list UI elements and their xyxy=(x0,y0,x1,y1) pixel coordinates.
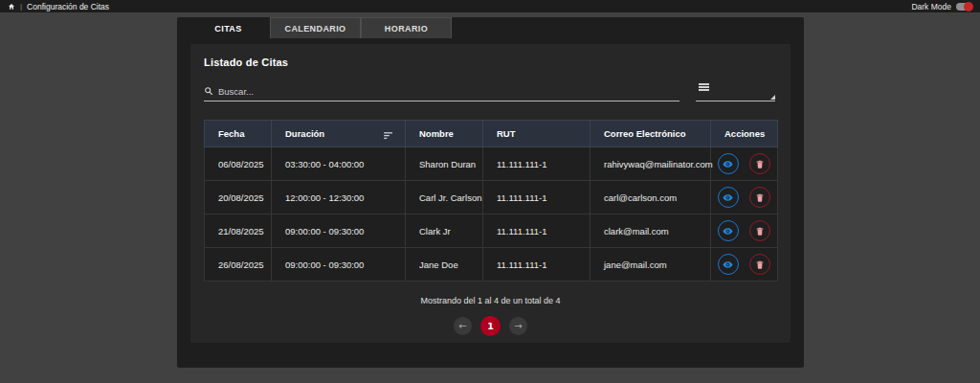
cell-rut: 11.111.111-1 xyxy=(483,181,590,214)
cell-fecha: 26/08/2025 xyxy=(205,248,272,282)
cell-rut: 11.111.111-1 xyxy=(483,248,590,282)
column-header-fecha[interactable]: Fecha xyxy=(205,121,272,147)
controls-row xyxy=(204,84,777,101)
panel-title: Listado de Citas xyxy=(204,56,777,68)
table-row: 06/08/2025 03:30:00 - 04:00:00 Sharon Du… xyxy=(205,147,778,181)
view-button[interactable] xyxy=(718,254,739,275)
cell-fecha: 20/08/2025 xyxy=(205,181,272,214)
view-button[interactable] xyxy=(718,220,739,241)
page-title: Configuración de Citas xyxy=(27,2,109,11)
eye-icon xyxy=(723,259,733,270)
citas-card: CITAS CALENDARIO HORARIO Listado de Cita… xyxy=(177,17,804,368)
sort-icon[interactable] xyxy=(384,131,393,142)
cell-fecha: 06/08/2025 xyxy=(205,147,272,181)
table-row: 21/08/2025 09:00:00 - 09:30:00 Clark Jr … xyxy=(205,214,778,248)
delete-button[interactable] xyxy=(749,187,770,208)
toggle-knob xyxy=(964,2,973,11)
tab-citas[interactable]: CITAS xyxy=(187,17,270,38)
delete-button[interactable] xyxy=(749,254,770,275)
cell-correo: clark@mail.com xyxy=(590,214,711,248)
column-header-nombre[interactable]: Nombre xyxy=(406,121,483,147)
dark-mode-label: Dark Mode xyxy=(911,2,951,11)
trash-icon xyxy=(755,159,765,169)
cell-rut: 11.111.111-1 xyxy=(483,147,590,181)
table-header-row: Fecha Duración Nombre RUT Correo Electró… xyxy=(205,121,778,147)
cell-duracion: 09:00:00 - 09:30:00 xyxy=(272,248,406,282)
citas-table: Fecha Duración Nombre RUT Correo Electró… xyxy=(204,120,778,282)
view-button[interactable] xyxy=(718,187,739,208)
trash-icon xyxy=(755,192,765,203)
cell-correo: rahivywaq@mailinator.com xyxy=(590,147,711,181)
trash-icon xyxy=(755,226,765,237)
cell-acciones xyxy=(711,214,778,248)
view-button[interactable] xyxy=(718,153,739,174)
cell-nombre: Carl Jr. Carlson xyxy=(406,181,483,214)
cell-nombre: Jane Doe xyxy=(406,248,483,282)
search-input[interactable] xyxy=(218,86,679,97)
pagination-prev-button[interactable]: ← xyxy=(454,317,472,335)
search-icon xyxy=(204,86,213,96)
cell-duracion: 03:30:00 - 04:00:00 xyxy=(272,147,406,181)
cell-duracion: 09:00:00 - 09:30:00 xyxy=(272,214,406,248)
pagination-next-button[interactable]: → xyxy=(509,317,527,335)
topbar-left: | Configuración de Citas xyxy=(8,2,109,11)
pagination-page-button[interactable]: 1 xyxy=(480,316,501,336)
eye-icon xyxy=(723,226,733,237)
topbar: | Configuración de Citas Dark Mode xyxy=(0,0,980,12)
menu-icon xyxy=(699,83,709,91)
filter-select[interactable] xyxy=(696,84,775,101)
breadcrumb-separator: | xyxy=(20,3,22,11)
eye-icon xyxy=(723,159,733,169)
column-header-rut[interactable]: RUT xyxy=(483,121,590,147)
column-header-duracion[interactable]: Duración xyxy=(272,121,406,147)
results-summary: Mostrando del 1 al 4 de un total de 4 xyxy=(204,296,777,305)
cell-acciones xyxy=(711,248,778,282)
column-header-acciones: Acciones xyxy=(711,121,778,147)
cell-rut: 11.111.111-1 xyxy=(483,214,590,248)
cell-acciones xyxy=(711,181,778,214)
topbar-right: Dark Mode xyxy=(911,2,972,11)
dark-mode-toggle[interactable] xyxy=(956,3,972,11)
cell-nombre: Sharon Duran xyxy=(406,147,483,181)
tab-calendario[interactable]: CALENDARIO xyxy=(270,17,361,38)
cell-correo: jane@mail.com xyxy=(590,248,711,282)
eye-icon xyxy=(723,192,733,203)
table-row: 26/08/2025 09:00:00 - 09:30:00 Jane Doe … xyxy=(205,248,778,282)
cell-correo: carl@carlson.com xyxy=(590,181,711,214)
tab-horario[interactable]: HORARIO xyxy=(361,17,452,38)
trash-icon xyxy=(755,259,765,270)
cell-duracion: 12:00:00 - 12:30:00 xyxy=(272,181,406,214)
cell-acciones xyxy=(711,147,778,181)
search-field[interactable] xyxy=(204,84,679,101)
cell-fecha: 21/08/2025 xyxy=(205,214,272,248)
home-icon[interactable] xyxy=(8,3,15,11)
delete-button[interactable] xyxy=(749,153,770,174)
cell-nombre: Clark Jr xyxy=(406,214,483,248)
table-row: 20/08/2025 12:00:00 - 12:30:00 Carl Jr. … xyxy=(205,181,778,214)
dropdown-corner-icon xyxy=(770,95,775,100)
pagination: ← 1 → xyxy=(204,316,777,336)
delete-button[interactable] xyxy=(749,220,770,241)
column-header-correo[interactable]: Correo Electrónico xyxy=(590,121,711,147)
listado-panel: Listado de Citas Fecha Duración xyxy=(190,44,791,343)
tab-bar: CITAS CALENDARIO HORARIO xyxy=(177,17,804,38)
